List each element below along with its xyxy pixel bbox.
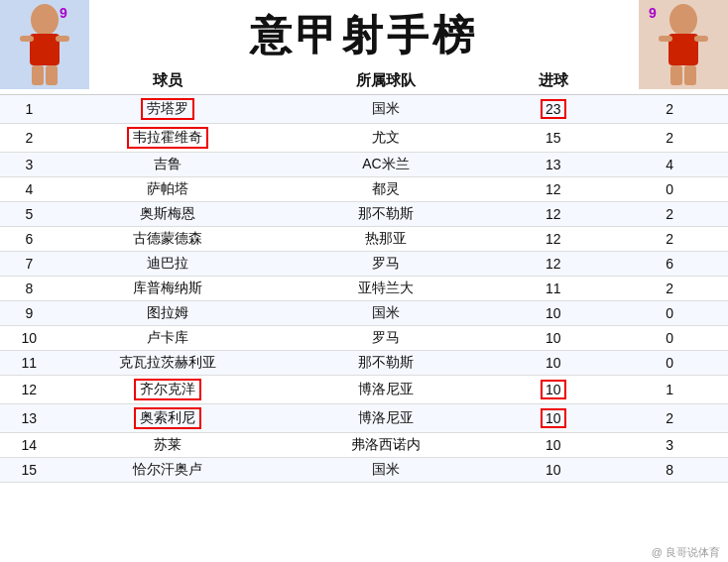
cell-goals: 12 [495,227,611,252]
cell-team: 罗马 [277,252,495,277]
cell-assists: 2 [612,404,728,433]
cell-player: 萨帕塔 [59,177,277,202]
cell-rank: 13 [0,404,59,433]
watermark: @ 良哥说体育 [652,545,720,560]
cell-team: 罗马 [277,326,495,351]
svg-rect-6 [46,65,58,85]
cell-assists: 2 [612,277,728,301]
cell-goals: 15 [495,124,611,153]
cell-goals: 10 [495,433,611,458]
cell-player: 卢卡库 [59,326,277,351]
cell-assists: 8 [612,458,728,483]
cell-goals: 11 [495,277,611,301]
header-team: 所属球队 [277,67,495,95]
cell-goals: 10 [495,326,611,351]
table-row: 6古德蒙德森热那亚122 [0,227,728,252]
cell-rank: 15 [0,458,59,483]
header-player: 球员 [59,67,277,95]
table-row: 11克瓦拉茨赫利亚那不勒斯100 [0,351,728,376]
cell-assists: 4 [612,153,728,177]
table-header-row: 排名 球员 所属球队 进球 点球 [0,67,728,95]
table-row: 3吉鲁AC米兰134 [0,153,728,177]
cell-rank: 6 [0,227,59,252]
cell-assists: 3 [612,433,728,458]
table-row: 15恰尔汗奥卢国米108 [0,458,728,483]
cell-player: 齐尔克洋 [59,376,277,404]
cell-goals: 12 [495,252,611,277]
cell-team: 弗洛西诺内 [277,433,495,458]
cell-player: 韦拉霍维奇 [59,124,277,153]
cell-rank: 9 [0,301,59,326]
cell-team: 博洛尼亚 [277,376,495,404]
table-row: 10卢卡库罗马100 [0,326,728,351]
cell-assists: 0 [612,351,728,376]
cell-rank: 1 [0,95,59,124]
cell-rank: 12 [0,376,59,404]
cell-goals: 23 [495,95,611,124]
cell-player: 劳塔罗 [59,95,277,124]
cell-rank: 2 [0,124,59,153]
cell-rank: 10 [0,326,59,351]
cell-rank: 7 [0,252,59,277]
cell-goals: 10 [495,404,611,433]
svg-rect-14 [684,65,696,85]
cell-player: 奥斯梅恩 [59,202,277,227]
cell-goals: 13 [495,153,611,177]
cell-goals: 10 [495,351,611,376]
cell-team: 国米 [277,458,495,483]
table-row: 9图拉姆国米100 [0,301,728,326]
cell-player: 迪巴拉 [59,252,277,277]
cell-team: 那不勒斯 [277,351,495,376]
cell-rank: 14 [0,433,59,458]
cell-team: AC米兰 [277,153,495,177]
cell-goals: 12 [495,177,611,202]
cell-assists: 2 [612,227,728,252]
cell-assists: 6 [612,252,728,277]
cell-team: 博洛尼亚 [277,404,495,433]
cell-player: 苏莱 [59,433,277,458]
cell-assists: 0 [612,301,728,326]
cell-rank: 5 [0,202,59,227]
header-goals: 进球 [495,67,611,95]
cell-player: 恰尔汗奥卢 [59,458,277,483]
page-title: 意甲射手榜 [0,8,728,63]
cell-player: 库普梅纳斯 [59,277,277,301]
table-row: 8库普梅纳斯亚特兰大112 [0,277,728,301]
cell-rank: 3 [0,153,59,177]
cell-team: 热那亚 [277,227,495,252]
cell-goals: 10 [495,301,611,326]
table-row: 7迪巴拉罗马126 [0,252,728,277]
table-row: 5奥斯梅恩那不勒斯122 [0,202,728,227]
cell-assists: 2 [612,95,728,124]
cell-rank: 11 [0,351,59,376]
cell-team: 尤文 [277,124,495,153]
svg-rect-5 [32,65,44,85]
table-row: 13奥索利尼博洛尼亚102 [0,404,728,433]
cell-team: 国米 [277,95,495,124]
cell-assists: 2 [612,124,728,153]
svg-rect-13 [670,65,682,85]
cell-assists: 2 [612,202,728,227]
table-row: 2韦拉霍维奇尤文152 [0,124,728,153]
cell-team: 都灵 [277,177,495,202]
cell-player: 奥索利尼 [59,404,277,433]
cell-team: 亚特兰大 [277,277,495,301]
table-row: 4萨帕塔都灵120 [0,177,728,202]
cell-assists: 0 [612,326,728,351]
cell-assists: 0 [612,177,728,202]
header-area: 意甲射手榜 [0,0,728,67]
page-container: 9 9 意甲射手榜 排名 球员 所属球队 进球 点球 [0,0,728,562]
cell-player: 克瓦拉茨赫利亚 [59,351,277,376]
scorers-table: 排名 球员 所属球队 进球 点球 1劳塔罗国米2322韦拉霍维奇尤文1523吉鲁… [0,67,728,483]
cell-goals: 12 [495,202,611,227]
cell-rank: 4 [0,177,59,202]
table-row: 1劳塔罗国米232 [0,95,728,124]
cell-goals: 10 [495,458,611,483]
cell-rank: 8 [0,277,59,301]
cell-goals: 10 [495,376,611,404]
cell-team: 那不勒斯 [277,202,495,227]
cell-player: 图拉姆 [59,301,277,326]
cell-team: 国米 [277,301,495,326]
cell-assists: 1 [612,376,728,404]
table-row: 12齐尔克洋博洛尼亚101 [0,376,728,404]
